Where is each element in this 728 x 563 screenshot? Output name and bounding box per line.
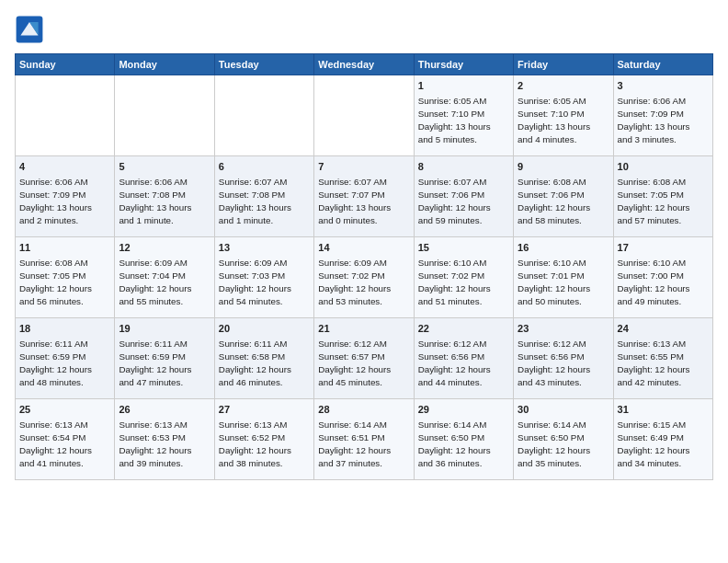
calendar-cell: 14Sunrise: 6:09 AM Sunset: 7:02 PM Dayli…	[314, 237, 414, 318]
calendar-cell: 25Sunrise: 6:13 AM Sunset: 6:54 PM Dayli…	[16, 399, 115, 480]
day-number: 25	[19, 403, 110, 417]
calendar-table: SundayMondayTuesdayWednesdayThursdayFrid…	[15, 53, 713, 480]
calendar-cell: 22Sunrise: 6:12 AM Sunset: 6:56 PM Dayli…	[414, 318, 513, 399]
calendar-cell: 28Sunrise: 6:14 AM Sunset: 6:51 PM Dayli…	[314, 399, 414, 480]
day-number: 29	[418, 403, 509, 417]
day-detail: Sunrise: 6:05 AM Sunset: 7:10 PM Dayligh…	[418, 95, 509, 145]
day-detail: Sunrise: 6:08 AM Sunset: 7:05 PM Dayligh…	[618, 176, 709, 226]
weekday-header: Tuesday	[214, 54, 313, 75]
calendar-cell: 21Sunrise: 6:12 AM Sunset: 6:57 PM Dayli…	[314, 318, 414, 399]
day-detail: Sunrise: 6:13 AM Sunset: 6:52 PM Dayligh…	[219, 419, 310, 469]
day-detail: Sunrise: 6:13 AM Sunset: 6:53 PM Dayligh…	[119, 419, 210, 469]
day-number: 21	[318, 322, 409, 336]
calendar-week: 1Sunrise: 6:05 AM Sunset: 7:10 PM Daylig…	[16, 75, 713, 156]
day-detail: Sunrise: 6:06 AM Sunset: 7:08 PM Dayligh…	[119, 176, 210, 226]
day-detail: Sunrise: 6:09 AM Sunset: 7:04 PM Dayligh…	[119, 257, 210, 307]
weekday-header: Sunday	[16, 54, 115, 75]
day-number: 13	[219, 241, 310, 255]
calendar-cell: 15Sunrise: 6:10 AM Sunset: 7:02 PM Dayli…	[414, 237, 513, 318]
calendar-cell: 2Sunrise: 6:05 AM Sunset: 7:10 PM Daylig…	[514, 75, 613, 156]
logo-icon	[15, 15, 44, 44]
day-detail: Sunrise: 6:09 AM Sunset: 7:03 PM Dayligh…	[219, 257, 310, 307]
day-number: 5	[119, 160, 210, 174]
calendar-cell: 20Sunrise: 6:11 AM Sunset: 6:58 PM Dayli…	[214, 318, 313, 399]
day-detail: Sunrise: 6:07 AM Sunset: 7:08 PM Dayligh…	[219, 176, 310, 226]
calendar-week: 25Sunrise: 6:13 AM Sunset: 6:54 PM Dayli…	[16, 399, 713, 480]
day-detail: Sunrise: 6:08 AM Sunset: 7:06 PM Dayligh…	[518, 176, 609, 226]
day-number: 6	[219, 160, 310, 174]
calendar-cell: 16Sunrise: 6:10 AM Sunset: 7:01 PM Dayli…	[514, 237, 613, 318]
day-number: 7	[318, 160, 409, 174]
day-number: 14	[318, 241, 409, 255]
day-detail: Sunrise: 6:10 AM Sunset: 7:00 PM Dayligh…	[618, 257, 709, 307]
calendar-week: 18Sunrise: 6:11 AM Sunset: 6:59 PM Dayli…	[16, 318, 713, 399]
weekday-header: Friday	[514, 54, 613, 75]
day-number: 27	[219, 403, 310, 417]
calendar-cell: 5Sunrise: 6:06 AM Sunset: 7:08 PM Daylig…	[115, 156, 214, 237]
weekday-header: Thursday	[414, 54, 513, 75]
calendar-cell: 17Sunrise: 6:10 AM Sunset: 7:00 PM Dayli…	[613, 237, 712, 318]
day-detail: Sunrise: 6:13 AM Sunset: 6:54 PM Dayligh…	[19, 419, 110, 469]
day-number: 2	[518, 79, 609, 93]
day-number: 26	[119, 403, 210, 417]
calendar-cell: 7Sunrise: 6:07 AM Sunset: 7:07 PM Daylig…	[314, 156, 414, 237]
day-detail: Sunrise: 6:05 AM Sunset: 7:10 PM Dayligh…	[518, 95, 609, 145]
calendar-cell: 13Sunrise: 6:09 AM Sunset: 7:03 PM Dayli…	[214, 237, 313, 318]
calendar-header: SundayMondayTuesdayWednesdayThursdayFrid…	[16, 54, 713, 75]
day-detail: Sunrise: 6:06 AM Sunset: 7:09 PM Dayligh…	[19, 176, 110, 226]
calendar-cell: 9Sunrise: 6:08 AM Sunset: 7:06 PM Daylig…	[514, 156, 613, 237]
calendar-cell	[115, 75, 214, 156]
calendar-cell: 19Sunrise: 6:11 AM Sunset: 6:59 PM Dayli…	[115, 318, 214, 399]
calendar-cell: 24Sunrise: 6:13 AM Sunset: 6:55 PM Dayli…	[613, 318, 712, 399]
day-detail: Sunrise: 6:14 AM Sunset: 6:50 PM Dayligh…	[418, 419, 509, 469]
weekday-header: Saturday	[613, 54, 712, 75]
day-detail: Sunrise: 6:09 AM Sunset: 7:02 PM Dayligh…	[318, 257, 409, 307]
day-number: 19	[119, 322, 210, 336]
day-number: 16	[518, 241, 609, 255]
day-number: 23	[518, 322, 609, 336]
calendar-cell: 30Sunrise: 6:14 AM Sunset: 6:50 PM Dayli…	[514, 399, 613, 480]
day-number: 3	[618, 79, 709, 93]
day-detail: Sunrise: 6:11 AM Sunset: 6:59 PM Dayligh…	[19, 338, 110, 388]
calendar-week: 11Sunrise: 6:08 AM Sunset: 7:05 PM Dayli…	[16, 237, 713, 318]
calendar-week: 4Sunrise: 6:06 AM Sunset: 7:09 PM Daylig…	[16, 156, 713, 237]
day-number: 31	[618, 403, 709, 417]
day-number: 22	[418, 322, 509, 336]
day-detail: Sunrise: 6:07 AM Sunset: 7:06 PM Dayligh…	[418, 176, 509, 226]
day-detail: Sunrise: 6:10 AM Sunset: 7:02 PM Dayligh…	[418, 257, 509, 307]
day-detail: Sunrise: 6:06 AM Sunset: 7:09 PM Dayligh…	[618, 95, 709, 145]
day-detail: Sunrise: 6:11 AM Sunset: 6:58 PM Dayligh…	[219, 338, 310, 388]
day-number: 9	[518, 160, 609, 174]
weekday-header: Monday	[115, 54, 214, 75]
day-number: 10	[618, 160, 709, 174]
day-detail: Sunrise: 6:14 AM Sunset: 6:51 PM Dayligh…	[318, 419, 409, 469]
day-number: 11	[19, 241, 110, 255]
day-detail: Sunrise: 6:13 AM Sunset: 6:55 PM Dayligh…	[618, 338, 709, 388]
calendar-cell: 8Sunrise: 6:07 AM Sunset: 7:06 PM Daylig…	[414, 156, 513, 237]
calendar-cell: 29Sunrise: 6:14 AM Sunset: 6:50 PM Dayli…	[414, 399, 513, 480]
day-number: 24	[618, 322, 709, 336]
calendar-cell: 31Sunrise: 6:15 AM Sunset: 6:49 PM Dayli…	[613, 399, 712, 480]
calendar-cell: 23Sunrise: 6:12 AM Sunset: 6:56 PM Dayli…	[514, 318, 613, 399]
weekday-header: Wednesday	[314, 54, 414, 75]
day-number: 28	[318, 403, 409, 417]
calendar-cell: 10Sunrise: 6:08 AM Sunset: 7:05 PM Dayli…	[613, 156, 712, 237]
calendar-cell: 1Sunrise: 6:05 AM Sunset: 7:10 PM Daylig…	[414, 75, 513, 156]
day-detail: Sunrise: 6:12 AM Sunset: 6:56 PM Dayligh…	[418, 338, 509, 388]
day-number: 4	[19, 160, 110, 174]
day-number: 20	[219, 322, 310, 336]
calendar-cell	[314, 75, 414, 156]
calendar-cell: 11Sunrise: 6:08 AM Sunset: 7:05 PM Dayli…	[16, 237, 115, 318]
day-number: 1	[418, 79, 509, 93]
day-detail: Sunrise: 6:07 AM Sunset: 7:07 PM Dayligh…	[318, 176, 409, 226]
day-number: 15	[418, 241, 509, 255]
day-detail: Sunrise: 6:12 AM Sunset: 6:56 PM Dayligh…	[518, 338, 609, 388]
calendar-cell	[214, 75, 313, 156]
day-number: 18	[19, 322, 110, 336]
calendar-cell: 12Sunrise: 6:09 AM Sunset: 7:04 PM Dayli…	[115, 237, 214, 318]
day-number: 17	[618, 241, 709, 255]
day-number: 30	[518, 403, 609, 417]
day-detail: Sunrise: 6:12 AM Sunset: 6:57 PM Dayligh…	[318, 338, 409, 388]
day-number: 8	[418, 160, 509, 174]
day-number: 12	[119, 241, 210, 255]
